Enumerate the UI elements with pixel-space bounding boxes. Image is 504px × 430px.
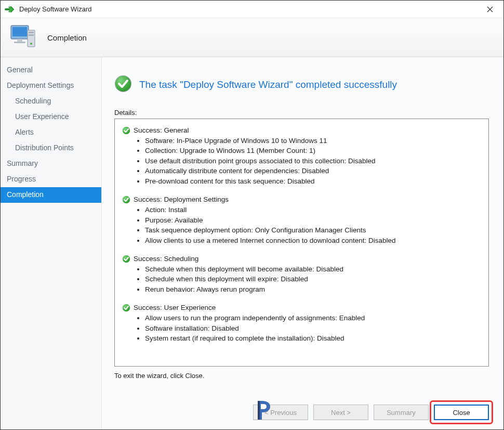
button-footer: < Previous Next > Summary Close	[114, 380, 489, 422]
details-item: Action: Install	[145, 205, 481, 215]
details-item: Allow users to run the program independe…	[145, 313, 481, 323]
details-item: Task sequence deployment option: Only Co…	[145, 225, 481, 236]
page-title: Completion	[47, 33, 87, 42]
details-item: Collection: Upgrade to Windows 11 (Membe…	[145, 146, 481, 156]
sidebar-item[interactable]: General	[1, 62, 101, 78]
svg-point-9	[115, 76, 131, 92]
svg-rect-5	[29, 32, 34, 33]
sidebar-item[interactable]: Distribution Points	[1, 140, 101, 156]
details-item: Automatically distribute content for dep…	[145, 166, 481, 176]
details-section: Success: Deployment SettingsAction: Inst…	[122, 194, 481, 245]
details-item: Software: In-Place Upgrade of Windows 10…	[145, 136, 481, 146]
details-section-title: Success: User Experience	[134, 303, 216, 313]
details-label: Details:	[114, 109, 489, 116]
details-section-list: Software: In-Place Upgrade of Windows 10…	[137, 136, 481, 187]
sidebar-item[interactable]: Scheduling	[1, 94, 101, 109]
success-check-icon	[114, 75, 132, 94]
details-item: Schedule when this deployment will expir…	[145, 274, 481, 284]
success-check-small-icon	[122, 196, 130, 204]
exit-note: To exit the wizard, click Close.	[114, 372, 489, 380]
success-check-small-icon	[122, 255, 130, 263]
details-item: Use default distribution point groups as…	[145, 156, 481, 166]
details-item: System restart (if required to complete …	[145, 333, 481, 344]
success-check-small-icon	[122, 126, 130, 135]
details-section-list: Allow users to run the program independe…	[137, 313, 481, 344]
wizard-header: Completion	[1, 18, 503, 57]
details-section-head: Success: Deployment Settings	[122, 194, 481, 205]
window-close-button[interactable]	[480, 2, 500, 17]
sidebar-item[interactable]: Summary	[1, 156, 101, 172]
wizard-content: The task "Deploy Software Wizard" comple…	[102, 57, 503, 429]
details-section-list: Action: InstallPurpose: AvailableTask se…	[137, 205, 481, 245]
details-item: Allow clients to use a metered Internet …	[145, 236, 481, 246]
wizard-arrow-icon	[5, 5, 15, 14]
sidebar-item[interactable]: Deployment Settings	[1, 78, 101, 94]
title-bar: Deploy Software Wizard	[1, 1, 503, 18]
details-section-head: Success: General	[122, 125, 481, 136]
details-item: Schedule when this deployment will becom…	[145, 264, 481, 275]
details-item: Software installation: Disabled	[145, 323, 481, 334]
details-section: Success: User ExperienceAllow users to r…	[122, 303, 481, 343]
svg-rect-2	[17, 39, 22, 42]
summary-button: Summary	[374, 405, 429, 420]
watermark-p-icon	[255, 400, 273, 422]
svg-rect-3	[14, 42, 25, 43]
details-item: Rerun behavior: Always rerun program	[145, 284, 481, 295]
details-section-title: Success: Deployment Settings	[134, 194, 229, 205]
completion-headline-text: The task "Deploy Software Wizard" comple…	[139, 79, 397, 90]
details-section-title: Success: Scheduling	[134, 254, 198, 264]
details-item: Purpose: Available	[145, 215, 481, 226]
details-section-list: Schedule when this deployment will becom…	[137, 264, 481, 295]
details-section-head: Success: User Experience	[122, 303, 481, 313]
wizard-sidebar: GeneralDeployment SettingsSchedulingUser…	[1, 57, 102, 429]
details-section-head: Success: Scheduling	[122, 254, 481, 264]
close-button[interactable]: Close	[434, 405, 489, 420]
svg-rect-6	[29, 34, 34, 36]
svg-point-7	[30, 43, 32, 45]
window-title: Deploy Software Wizard	[19, 5, 480, 13]
svg-rect-1	[12, 27, 27, 36]
computer-icon	[8, 24, 38, 51]
details-box[interactable]: Success: GeneralSoftware: In-Place Upgra…	[114, 119, 489, 367]
details-section: Success: SchedulingSchedule when this de…	[122, 254, 481, 294]
completion-headline: The task "Deploy Software Wizard" comple…	[114, 75, 489, 94]
details-item: Pre-download content for this task seque…	[145, 176, 481, 187]
success-check-small-icon	[122, 304, 130, 312]
sidebar-item[interactable]: Alerts	[1, 125, 101, 140]
details-section: Success: GeneralSoftware: In-Place Upgra…	[122, 125, 481, 186]
next-button: Next >	[313, 405, 368, 420]
details-section-title: Success: General	[134, 125, 189, 136]
sidebar-item[interactable]: Progress	[1, 172, 101, 187]
sidebar-item[interactable]: Completion	[1, 187, 101, 203]
sidebar-item[interactable]: User Experience	[1, 109, 101, 125]
